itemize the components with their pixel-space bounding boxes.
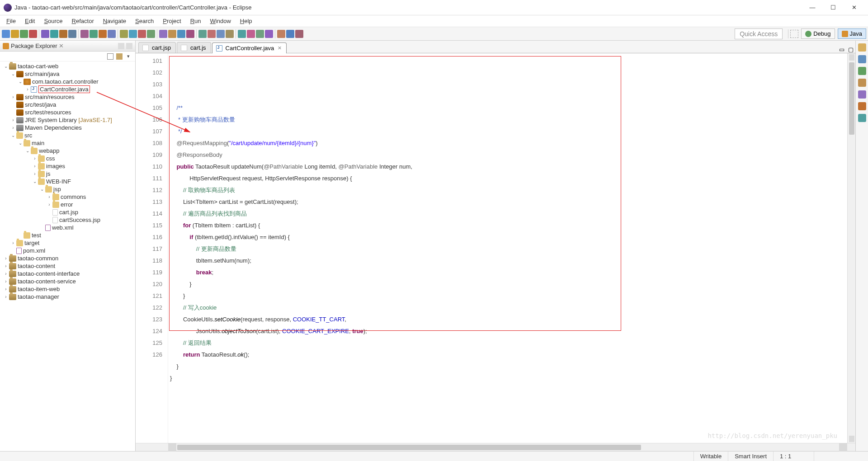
- tree-node[interactable]: ›taotao-content-service: [0, 278, 135, 285]
- tree-node[interactable]: ›src/main/resources: [0, 93, 135, 101]
- view-menu-icon[interactable]: ▾: [125, 53, 132, 60]
- chevron-right-icon[interactable]: ›: [3, 263, 9, 268]
- toolbar-icon-17[interactable]: [168, 30, 176, 38]
- tree-node[interactable]: ⌄jsp: [0, 185, 135, 193]
- toolbar-icon-23[interactable]: [226, 30, 234, 38]
- chevron-right-icon[interactable]: ›: [3, 256, 9, 261]
- chevron-down-icon[interactable]: ⌄: [3, 64, 9, 69]
- code-editor[interactable]: /** * 更新购物车商品数量 */ @RequestMapping("/car…: [168, 53, 847, 443]
- chevron-right-icon[interactable]: ›: [10, 240, 16, 245]
- toolbar-icon-9[interactable]: [90, 30, 98, 38]
- toolbar-icon-13[interactable]: [129, 30, 137, 38]
- chevron-down-icon[interactable]: ⌄: [17, 79, 24, 84]
- toolbar-icon-7[interactable]: [68, 30, 76, 38]
- editor-tab[interactable]: CartController.java✕: [212, 42, 287, 53]
- link-editor-icon[interactable]: [116, 53, 123, 60]
- editor-minimize-icon[interactable]: ▭: [838, 46, 845, 53]
- toolbar-icon-5[interactable]: [50, 30, 58, 38]
- code-line[interactable]: [170, 90, 847, 102]
- tree-node[interactable]: ›js: [0, 170, 135, 178]
- tree-node[interactable]: ⌄taotao-cart-web: [0, 62, 135, 70]
- toolbar-icon-12[interactable]: [120, 30, 128, 38]
- code-line[interactable]: // 遍历商品列表找到商品: [170, 208, 847, 220]
- chevron-right-icon[interactable]: ›: [10, 125, 16, 130]
- close-button[interactable]: ✕: [844, 0, 864, 15]
- tree-node[interactable]: ›taotao-content-interface: [0, 270, 135, 278]
- close-icon[interactable]: ✕: [278, 45, 282, 51]
- code-line[interactable]: HttpServletRequest request, HttpServletR…: [170, 173, 847, 184]
- toolbar-icon-19[interactable]: [186, 30, 194, 38]
- tree-node[interactable]: cart.jsp: [0, 208, 135, 216]
- tree-node[interactable]: ›target: [0, 239, 135, 247]
- tree-node[interactable]: ›css: [0, 155, 135, 162]
- toolbar-icon-2[interactable]: [20, 30, 28, 38]
- chevron-right-icon[interactable]: ›: [3, 279, 9, 284]
- tree-node[interactable]: ›Maven Dependencies: [0, 124, 135, 132]
- toolbar-icon-24[interactable]: [238, 30, 246, 38]
- toolbar-icon-18[interactable]: [177, 30, 185, 38]
- code-line[interactable]: @ResponseBody: [170, 149, 847, 161]
- collapse-all-icon[interactable]: [107, 53, 113, 60]
- code-line[interactable]: break;: [170, 267, 847, 278]
- chevron-right-icon[interactable]: ›: [32, 156, 38, 161]
- code-line[interactable]: public TaotaoResult updateNum(@PathVaria…: [170, 161, 847, 173]
- code-line[interactable]: }: [170, 361, 847, 372]
- tree-node[interactable]: web.xml: [0, 224, 135, 231]
- toolbar-icon-14[interactable]: [138, 30, 146, 38]
- code-line[interactable]: }: [170, 290, 847, 302]
- tree-node[interactable]: cartSuccess.jsp: [0, 216, 135, 224]
- tree-node[interactable]: ›images: [0, 162, 135, 170]
- tree-node[interactable]: ›commons: [0, 193, 135, 201]
- toolbar-icon-26[interactable]: [256, 30, 264, 38]
- toolbar-icon-0[interactable]: [2, 30, 10, 38]
- toolbar-icon-20[interactable]: [198, 30, 207, 38]
- toolbar-icon-15[interactable]: [147, 30, 155, 38]
- code-line[interactable]: for (TbItem tbItem : cartList) {: [170, 220, 847, 231]
- scroll-right-icon[interactable]: [839, 443, 847, 452]
- chevron-down-icon[interactable]: ⌄: [10, 71, 16, 76]
- editor-tab[interactable]: cart.js: [177, 42, 211, 53]
- strip-icon-0[interactable]: [858, 43, 866, 52]
- toolbar-icon-8[interactable]: [80, 30, 89, 38]
- chevron-right-icon[interactable]: ›: [46, 202, 52, 207]
- code-line[interactable]: CookieUtils.setCookie(request, response,…: [170, 314, 847, 325]
- code-line[interactable]: tbItem.setNum(num);: [170, 255, 847, 267]
- strip-icon-5[interactable]: [858, 102, 866, 110]
- scroll-left-icon[interactable]: [168, 443, 176, 452]
- toolbar-icon-3[interactable]: [29, 30, 37, 38]
- editor-maximize-icon[interactable]: ▢: [847, 46, 854, 53]
- perspective-debug[interactable]: Debug: [801, 28, 835, 39]
- menu-help[interactable]: Help: [236, 16, 257, 26]
- toolbar-icon-21[interactable]: [208, 30, 216, 38]
- menu-window[interactable]: Window: [206, 16, 236, 26]
- menu-edit[interactable]: Edit: [20, 16, 39, 26]
- strip-icon-4[interactable]: [858, 90, 866, 99]
- tree-node[interactable]: ⌄WEB-INF: [0, 178, 135, 185]
- tree-node[interactable]: ›taotao-manager: [0, 293, 135, 301]
- toolbar-icon-25[interactable]: [247, 30, 255, 38]
- code-line[interactable]: JsonUtils.objectToJson(cartList), COOKIE…: [170, 325, 847, 337]
- chevron-right-icon[interactable]: ›: [3, 287, 9, 292]
- toolbar-icon-1[interactable]: [11, 30, 19, 38]
- menu-run[interactable]: Run: [186, 16, 206, 26]
- tree-node[interactable]: ⌄src/main/java: [0, 70, 135, 78]
- code-line[interactable]: }: [170, 372, 847, 384]
- menu-file[interactable]: File: [2, 16, 20, 26]
- tree-node[interactable]: test: [0, 231, 135, 239]
- code-line[interactable]: if (tbItem.getId().intValue() == itemId)…: [170, 231, 847, 243]
- tree-node[interactable]: ⌄main: [0, 139, 135, 147]
- perspective-java[interactable]: Java: [838, 28, 866, 39]
- chevron-right-icon[interactable]: ›: [10, 94, 16, 99]
- toolbar-icon-30[interactable]: [295, 30, 303, 38]
- chevron-down-icon[interactable]: ⌄: [17, 141, 24, 146]
- toolbar-icon-6[interactable]: [59, 30, 67, 38]
- horizontal-scrollbar[interactable]: [136, 443, 855, 451]
- chevron-down-icon[interactable]: ⌄: [24, 148, 31, 153]
- chevron-right-icon[interactable]: ›: [24, 87, 31, 92]
- toolbar-icon-27[interactable]: [265, 30, 273, 38]
- chevron-right-icon[interactable]: ›: [3, 294, 9, 299]
- tree-node[interactable]: ›taotao-common: [0, 254, 135, 262]
- code-line[interactable]: @RequestMapping("/cart/update/num/{itemI…: [170, 137, 847, 149]
- tree-node[interactable]: src/test/java: [0, 101, 135, 108]
- chevron-right-icon[interactable]: ›: [10, 118, 16, 122]
